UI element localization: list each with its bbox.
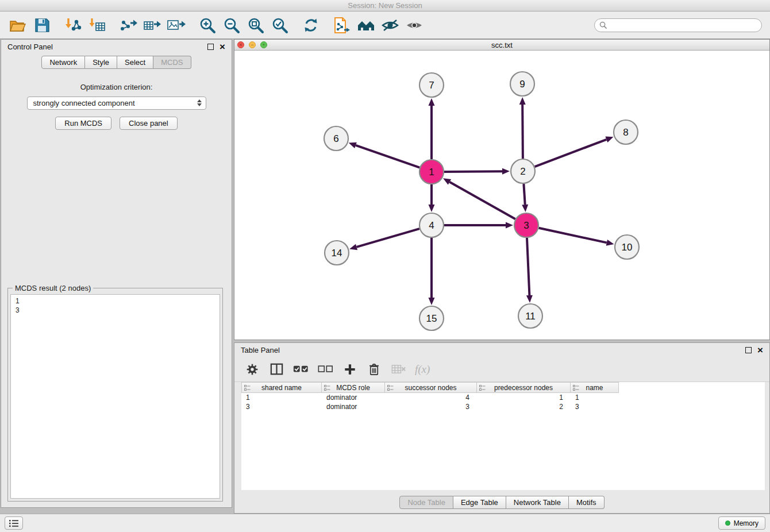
tab-node-table[interactable]: Node Table — [399, 496, 453, 509]
table-cell: 3 — [571, 402, 619, 411]
graph-node-label: 7 — [429, 80, 434, 91]
eye-button[interactable] — [402, 14, 426, 37]
table-row[interactable]: 1dominator411 — [241, 393, 765, 402]
tab-style[interactable]: Style — [85, 56, 117, 69]
gear-icon — [246, 363, 259, 376]
graph-edge-2-9[interactable] — [522, 105, 523, 159]
select-all-button[interactable] — [293, 361, 309, 378]
delete-row-button[interactable] — [367, 361, 382, 378]
export-table-button[interactable] — [140, 14, 164, 37]
delete-columns-button[interactable] — [391, 361, 406, 378]
graph-edge-arrow — [526, 295, 533, 303]
save-session-button[interactable] — [30, 14, 54, 37]
window-zoom-icon[interactable]: + — [260, 41, 267, 48]
toggle-visibility-button[interactable] — [378, 14, 402, 37]
close-panel-icon[interactable]: × — [220, 44, 225, 50]
add-column-button[interactable] — [342, 361, 357, 378]
column-header-mcds-role[interactable]: MCDS role — [322, 382, 385, 393]
control-panel-header: Control Panel × — [1, 40, 232, 53]
control-panel-tabs: Network Style Select MCDS — [1, 56, 232, 69]
task-history-button[interactable] — [5, 516, 23, 530]
graph-edge-3-1[interactable] — [449, 182, 515, 219]
control-panel: Control Panel × Network Style Select MCD… — [1, 39, 232, 508]
table-cell: 3 — [385, 402, 477, 411]
export-table-icon — [143, 17, 161, 33]
column-header-name[interactable]: name — [571, 382, 619, 393]
import-table-button[interactable] — [85, 14, 109, 37]
optimization-criterion-label: Optimization criterion: — [1, 83, 232, 91]
tab-network[interactable]: Network — [41, 56, 85, 69]
zoom-out-button[interactable] — [220, 14, 244, 37]
graph-edge-3-10[interactable] — [539, 228, 607, 243]
import-network-button[interactable] — [61, 14, 85, 37]
window-close-icon[interactable]: × — [237, 41, 244, 48]
column-header-successor-nodes[interactable]: successor nodes — [385, 382, 477, 393]
mcds-buttons-row: Run MCDS Close panel — [1, 117, 232, 130]
column-header-predecessor-nodes[interactable]: predecessor nodes — [477, 382, 571, 393]
graph-edge-4-14[interactable] — [357, 229, 419, 247]
network-canvas-svg[interactable]: 7968124314101511 — [234, 51, 769, 340]
deselect-all-button[interactable] — [318, 361, 333, 378]
tab-edge-table[interactable]: Edge Table — [453, 496, 506, 509]
list-icon — [9, 520, 18, 527]
network-window-title: scc.txt — [491, 41, 513, 49]
import-network-icon — [64, 17, 82, 33]
export-image-button[interactable] — [164, 14, 188, 37]
close-table-panel-icon[interactable]: × — [757, 347, 763, 353]
eye-slash-icon — [381, 18, 399, 33]
import-table-icon — [88, 17, 106, 33]
table-cell: 1 — [571, 393, 619, 402]
open-session-button[interactable] — [6, 14, 30, 37]
window-minimize-icon[interactable]: − — [249, 41, 256, 48]
window-titlebar: Session: New Session — [0, 0, 770, 11]
sort-icon — [244, 385, 251, 393]
export-image-icon — [167, 17, 186, 33]
toggle-columns-button[interactable] — [269, 361, 284, 378]
export-network-button[interactable] — [116, 14, 140, 37]
graph-edge-arrow — [429, 205, 435, 212]
mcds-result-list[interactable]: 13 — [10, 294, 220, 499]
function-builder-button[interactable]: f(x) — [415, 361, 430, 378]
graph-edge-2-8[interactable] — [535, 140, 607, 167]
zoom-selected-button[interactable] — [268, 14, 292, 37]
memory-button[interactable]: Memory — [718, 516, 765, 530]
graph-edge-2-3[interactable] — [523, 184, 525, 205]
float-table-panel-icon[interactable] — [745, 347, 752, 353]
network-window-titlebar: × − + scc.txt — [234, 40, 769, 51]
column-header-label: predecessor nodes — [494, 384, 553, 392]
refresh-icon — [302, 17, 319, 34]
tab-network-table[interactable]: Network Table — [506, 496, 569, 509]
table-row[interactable]: 3dominator323 — [241, 402, 765, 411]
checked-boxes-icon — [293, 364, 309, 374]
table-body: 1dominator4113dominator323 — [241, 393, 765, 411]
tab-mcds[interactable]: MCDS — [153, 56, 191, 69]
zoom-selected-icon — [271, 17, 288, 34]
table-header-row: shared nameMCDS rolesuccessor nodesprede… — [241, 382, 765, 393]
dropdown-arrows-icon — [197, 99, 202, 106]
search-input[interactable] — [610, 21, 757, 29]
sort-icon — [573, 385, 579, 393]
graph-edge-1-2[interactable] — [444, 171, 502, 172]
graph-edge-3-11[interactable] — [527, 238, 529, 295]
app-window: Session: New Session — [0, 0, 770, 532]
tab-motifs[interactable]: Motifs — [569, 496, 605, 509]
export-web-button[interactable] — [330, 14, 354, 37]
refresh-view-button[interactable] — [299, 14, 323, 37]
table-cell: 4 — [385, 393, 477, 402]
column-header-shared-name[interactable]: shared name — [241, 382, 322, 393]
optimization-criterion-select[interactable]: strongly connected component — [27, 97, 206, 110]
graph-node-label: 4 — [429, 220, 434, 231]
table-panel-tabs: Node Table Edge Table Network Table Moti… — [234, 496, 769, 509]
zoom-fit-button[interactable] — [244, 14, 268, 37]
float-panel-icon[interactable] — [207, 44, 214, 50]
tab-select[interactable]: Select — [117, 56, 153, 69]
close-panel-button[interactable]: Close panel — [120, 117, 178, 130]
window-title: Session: New Session — [348, 1, 422, 10]
home-button[interactable] — [354, 14, 378, 37]
table-settings-button[interactable] — [245, 361, 260, 378]
graph-edge-arrow — [429, 98, 435, 106]
zoom-in-button[interactable] — [195, 14, 220, 37]
graph-edge-arrow — [606, 240, 614, 246]
run-mcds-button[interactable]: Run MCDS — [55, 117, 111, 130]
graph-edge-1-6[interactable] — [356, 145, 419, 168]
